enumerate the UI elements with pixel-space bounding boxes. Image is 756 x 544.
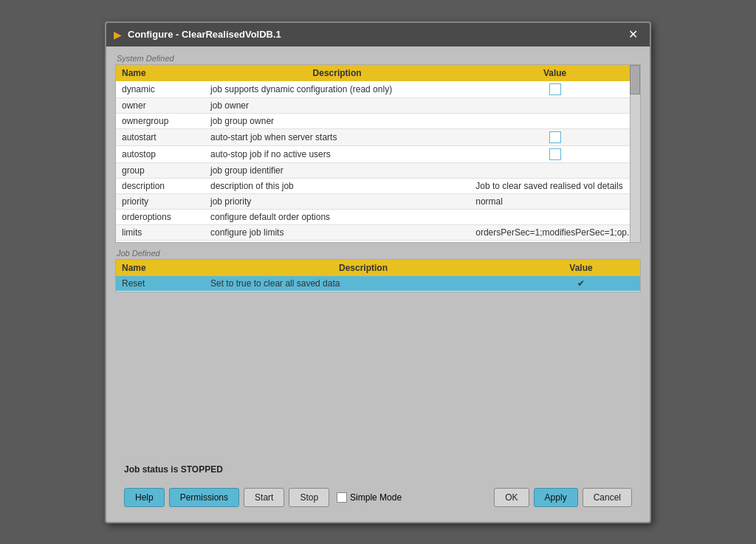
status-text: Job status is STOPPED xyxy=(124,464,223,475)
cell-name: autostart xyxy=(116,128,205,145)
cell-description: job group owner xyxy=(205,113,470,128)
system-col-name: Name xyxy=(116,65,205,81)
checkbox-checked[interactable]: ✔ xyxy=(577,278,585,289)
cell-name: priority xyxy=(116,193,205,209)
start-button[interactable]: Start xyxy=(244,488,284,507)
cell-value xyxy=(470,113,640,128)
cell-description: job supports dynamic configuration (read… xyxy=(205,81,470,98)
cell-value xyxy=(470,209,640,224)
cancel-button[interactable]: Cancel xyxy=(583,488,632,507)
apply-button[interactable]: Apply xyxy=(534,488,578,507)
simple-mode-checkbox[interactable] xyxy=(337,492,347,503)
table-row[interactable]: orderoptionsconfigure default order opti… xyxy=(116,209,640,224)
title-bar-left: ▶ Configure - ClearRealisedVolDB.1 xyxy=(114,29,281,41)
cell-description: job priority xyxy=(205,193,470,209)
simple-mode-container: Simple Mode xyxy=(337,492,402,503)
table-row[interactable]: ResetSet to true to clear all saved data… xyxy=(116,276,640,292)
spacer xyxy=(115,298,641,452)
scrollbar-track[interactable] xyxy=(630,65,640,242)
system-defined-header-row: Name Description Value xyxy=(116,65,640,81)
cell-name: limits xyxy=(116,224,205,240)
table-row[interactable]: autostartauto-start job when server star… xyxy=(116,128,640,145)
system-defined-table-container: Name Description Value dynamicjob suppor… xyxy=(115,64,641,243)
cell-description: job owner xyxy=(205,97,470,113)
cell-name: ownergroup xyxy=(116,113,205,128)
status-bar: Job status is STOPPED xyxy=(115,458,641,478)
system-defined-label: System Defined xyxy=(115,54,641,63)
cell-value: normal xyxy=(470,193,640,209)
cell-description: configure default order options xyxy=(205,209,470,224)
cell-name: testmode xyxy=(116,240,205,242)
cell-value: ordersPerSec=1;modifiesPerSec=1;op... xyxy=(470,224,640,240)
cell-name: Reset xyxy=(116,276,205,292)
cell-name: dynamic xyxy=(116,81,205,98)
table-row[interactable]: dynamicjob supports dynamic configuratio… xyxy=(116,81,640,98)
checkbox-empty[interactable] xyxy=(549,83,561,95)
cell-value xyxy=(470,145,640,162)
cell-description: auto-start job when server starts xyxy=(205,128,470,145)
system-defined-section: System Defined Name Description Value dy… xyxy=(115,54,641,243)
cell-value: Job to clear saved realised vol details xyxy=(470,178,640,193)
table-row[interactable]: descriptiondescription of this jobJob to… xyxy=(116,178,640,193)
cell-name: orderoptions xyxy=(116,209,205,224)
job-defined-section: Job Defined Name Description Value Reset… xyxy=(115,249,641,292)
cell-value xyxy=(470,81,640,98)
cell-description: description of this job xyxy=(205,178,470,193)
dialog-body: System Defined Name Description Value dy… xyxy=(106,47,650,522)
close-button[interactable]: ✕ xyxy=(624,27,642,42)
checkbox-empty[interactable] xyxy=(549,148,561,160)
table-row[interactable]: ownerjob owner xyxy=(116,97,640,113)
system-col-description: Description xyxy=(205,65,470,81)
title-bar: ▶ Configure - ClearRealisedVolDB.1 ✕ xyxy=(106,23,650,47)
job-col-name: Name xyxy=(116,260,205,276)
job-col-description: Description xyxy=(205,260,522,276)
cell-value xyxy=(470,162,640,178)
checkbox-empty[interactable] xyxy=(549,131,561,143)
job-defined-table-container: Name Description Value ResetSet to true … xyxy=(115,259,641,292)
cell-description: in 'testmode' orders are not submitted xyxy=(205,240,470,242)
cell-description: job group identifier xyxy=(205,162,470,178)
table-row[interactable]: autostopauto-stop job if no active users xyxy=(116,145,640,162)
cell-description: configure job limits xyxy=(205,224,470,240)
cell-value xyxy=(470,97,640,113)
job-col-value: Value xyxy=(522,260,640,276)
system-defined-tbody: dynamicjob supports dynamic configuratio… xyxy=(116,81,640,242)
cell-description: auto-stop job if no active users xyxy=(205,145,470,162)
configure-dialog: ▶ Configure - ClearRealisedVolDB.1 ✕ Sys… xyxy=(105,21,651,523)
simple-mode-label: Simple Mode xyxy=(350,492,402,503)
button-bar: Help Permissions Start Stop Simple Mode … xyxy=(115,483,641,514)
permissions-button[interactable]: Permissions xyxy=(169,488,239,507)
cell-name: description xyxy=(116,178,205,193)
cell-value: ✔ xyxy=(522,276,640,292)
cell-name: group xyxy=(116,162,205,178)
job-defined-tbody: ResetSet to true to clear all saved data… xyxy=(116,276,640,292)
dialog-icon: ▶ xyxy=(114,29,122,41)
stop-button[interactable]: Stop xyxy=(289,488,329,507)
job-defined-header-row: Name Description Value xyxy=(116,260,640,276)
table-row[interactable]: priorityjob prioritynormal xyxy=(116,193,640,209)
job-defined-table: Name Description Value ResetSet to true … xyxy=(116,260,640,292)
table-row[interactable]: limitsconfigure job limitsordersPerSec=1… xyxy=(116,224,640,240)
table-row[interactable]: testmodein 'testmode' orders are not sub… xyxy=(116,240,640,242)
help-button[interactable]: Help xyxy=(124,488,165,507)
table-row[interactable]: ownergroupjob group owner xyxy=(116,113,640,128)
system-col-value: Value xyxy=(470,65,640,81)
table-row[interactable]: groupjob group identifier xyxy=(116,162,640,178)
cell-description: Set to true to clear all saved data xyxy=(205,276,522,292)
cell-value xyxy=(470,128,640,145)
cell-value: ✔ xyxy=(470,240,640,242)
job-defined-label: Job Defined xyxy=(115,249,641,258)
ok-button[interactable]: OK xyxy=(494,488,529,507)
system-defined-table: Name Description Value dynamicjob suppor… xyxy=(116,65,640,242)
system-defined-table-wrap: Name Description Value dynamicjob suppor… xyxy=(116,65,640,242)
cell-name: autostop xyxy=(116,145,205,162)
dialog-title: Configure - ClearRealisedVolDB.1 xyxy=(128,29,281,40)
scrollbar-thumb[interactable] xyxy=(630,65,640,94)
cell-name: owner xyxy=(116,97,205,113)
